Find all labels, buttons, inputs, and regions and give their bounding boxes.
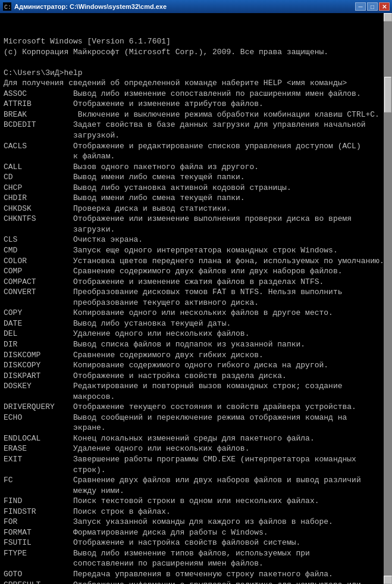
cmd-icon: C:: [2, 2, 12, 11]
title-bar-left: C: Администратор: C:\Windows\system32\cm…: [2, 2, 167, 11]
svg-text:C:: C:: [4, 4, 11, 11]
scroll-up-button[interactable]: ▲: [384, 13, 392, 21]
scroll-down-button[interactable]: ▼: [384, 576, 392, 584]
window-title: Администратор: C:\Windows\system32\cmd.e…: [14, 3, 167, 10]
scrollbar-track[interactable]: [384, 21, 392, 576]
cmd-window: C: Администратор: C:\Windows\system32\cm…: [0, 0, 392, 584]
minimize-button[interactable]: ─: [355, 2, 366, 11]
console-body: Microsoft Windows [Version 6.1.7601] (c)…: [0, 13, 392, 584]
scrollbar[interactable]: ▲ ▼: [384, 13, 392, 584]
scrollbar-thumb[interactable]: [384, 77, 391, 113]
console-output: Microsoft Windows [Version 6.1.7601] (c)…: [4, 36, 388, 584]
maximize-button[interactable]: □: [367, 2, 378, 11]
title-bar: C: Администратор: C:\Windows\system32\cm…: [0, 0, 392, 13]
close-button[interactable]: ✕: [379, 2, 390, 11]
title-bar-buttons: ─ □ ✕: [355, 2, 390, 11]
